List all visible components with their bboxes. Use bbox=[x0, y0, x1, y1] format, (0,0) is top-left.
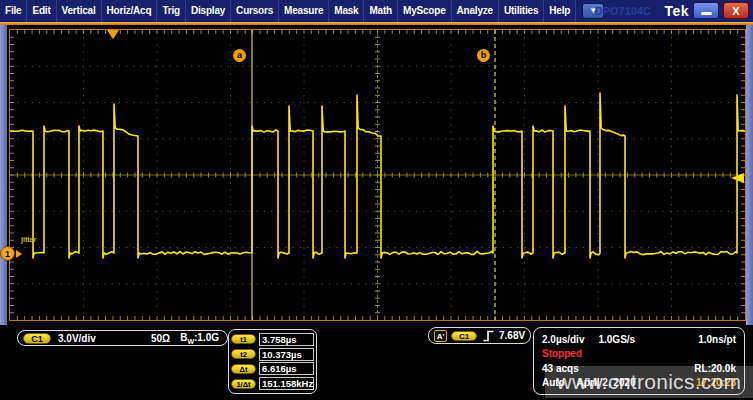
cursor-a-label[interactable]: a bbox=[233, 49, 246, 62]
channel-readout[interactable]: C1 3.0V/div 50Ω BW:1.0G bbox=[17, 330, 228, 346]
t2-badge: t2 bbox=[231, 349, 256, 359]
menu-item-mask[interactable]: Mask bbox=[329, 0, 364, 22]
watermark: www.cntronics.com bbox=[545, 366, 753, 398]
menu-item-cursors[interactable]: Cursors bbox=[231, 0, 279, 22]
cursor-row-inv-dt: 1/Δt 151.158kHz bbox=[231, 377, 314, 390]
timebase-value: 2.0µs/div bbox=[542, 334, 584, 345]
cursor-readout-panel[interactable]: t1 3.758µs t2 10.373µs Δt 6.616µs 1/Δt 1… bbox=[228, 329, 317, 394]
menu-item-analyze[interactable]: Analyze bbox=[452, 0, 499, 22]
impedance: 50Ω bbox=[151, 333, 170, 344]
menu-item-display[interactable]: Display bbox=[186, 0, 231, 22]
sample-rate: 1.0GS/s bbox=[598, 334, 635, 345]
cursor-b-label[interactable]: b bbox=[477, 49, 490, 62]
menu-item-help[interactable]: Help bbox=[544, 0, 576, 22]
accent-divider bbox=[0, 22, 753, 25]
menu-item-measure[interactable]: Measure bbox=[279, 0, 329, 22]
dt-badge: Δt bbox=[231, 364, 256, 374]
bandwidth: BW:1.0G bbox=[180, 332, 219, 345]
menu-item-myscope[interactable]: MyScope bbox=[398, 0, 452, 22]
cursor-row-t2: t2 10.373µs bbox=[231, 348, 314, 361]
waveform-screen: a b jitter 1 bbox=[0, 25, 753, 325]
vertical-scale: 3.0V/div bbox=[58, 333, 96, 344]
menu-item-file[interactable]: File bbox=[0, 0, 27, 22]
oscilloscope-app: File Edit Vertical Horiz/Acq Trig Displa… bbox=[0, 0, 753, 400]
channel-1-arrow-icon bbox=[16, 250, 22, 258]
cursor-row-dt: Δt 6.616µs bbox=[231, 362, 314, 375]
resolution: 1.0ns/pt bbox=[698, 334, 736, 345]
scope-plot bbox=[10, 30, 745, 320]
channel-badge: C1 bbox=[23, 333, 51, 344]
t1-badge: t1 bbox=[231, 334, 256, 344]
acquisition-status: Stopped bbox=[542, 348, 582, 359]
menu-item-math[interactable]: Math bbox=[364, 0, 398, 22]
rising-edge-icon bbox=[482, 329, 495, 343]
menu-item-edit[interactable]: Edit bbox=[27, 0, 56, 22]
trigger-readout[interactable]: A' C1 7.68V bbox=[428, 327, 531, 344]
cursor-row-t1: t1 3.758µs bbox=[231, 333, 314, 346]
t2-value: 10.373µs bbox=[259, 348, 314, 361]
menu-item-trig[interactable]: Trig bbox=[157, 0, 186, 22]
menu-item-vertical[interactable]: Vertical bbox=[57, 0, 102, 22]
menu-item-utilities[interactable]: Utilities bbox=[499, 0, 544, 22]
inv-dt-badge: 1/Δt bbox=[231, 379, 256, 389]
jitter-annotation: jitter bbox=[21, 236, 36, 243]
minimize-button[interactable] bbox=[693, 2, 719, 19]
dt-value: 6.616µs bbox=[259, 362, 314, 375]
model-label: DPO7104C bbox=[595, 0, 651, 22]
t1-value: 3.758µs bbox=[259, 333, 314, 346]
watermark-text: www.cntronics.com bbox=[557, 370, 742, 394]
menu-bar: File Edit Vertical Horiz/Acq Trig Displa… bbox=[0, 0, 753, 22]
trigger-level-value: 7.68V bbox=[499, 330, 525, 341]
graticule: a b jitter bbox=[9, 29, 746, 321]
timebase-row: 2.0µs/div 1.0GS/s 1.0ns/pt bbox=[542, 334, 736, 345]
inv-dt-value: 151.158kHz bbox=[259, 377, 314, 390]
tek-logo: Tek bbox=[664, 0, 689, 22]
menu-item-horiz-acq[interactable]: Horiz/Acq bbox=[102, 0, 158, 22]
status-row: Stopped bbox=[542, 348, 736, 359]
trigger-source-badge: C1 bbox=[451, 331, 477, 341]
channel-1-bubble: 1 bbox=[0, 246, 15, 261]
close-button[interactable]: X bbox=[723, 2, 749, 19]
channel-1-marker[interactable]: 1 bbox=[0, 246, 22, 261]
trigger-a-badge: A' bbox=[434, 330, 447, 342]
minimize-icon bbox=[701, 12, 712, 15]
